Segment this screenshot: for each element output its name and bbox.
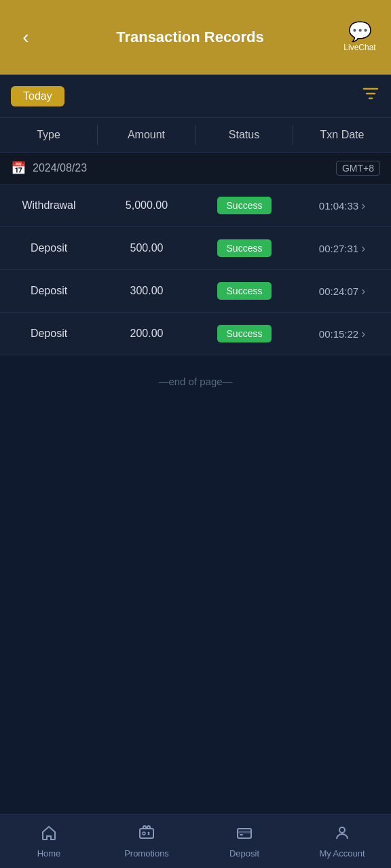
- txn-date: 01:04:33 ›: [293, 196, 391, 216]
- txn-type: Deposit: [0, 239, 98, 257]
- page-title: Transaction Records: [41, 28, 339, 46]
- today-filter[interactable]: Today: [11, 86, 64, 106]
- svg-rect-0: [140, 829, 153, 838]
- gmt-badge: GMT+8: [336, 161, 380, 176]
- txn-status: Success: [196, 237, 293, 260]
- livechat-label: LiveChat: [343, 43, 375, 52]
- col-status: Status: [196, 125, 293, 145]
- txn-status: Success: [196, 194, 293, 217]
- nav-home-label: Home: [37, 848, 61, 859]
- table-row[interactable]: Deposit 300.00 Success 00:24:07 ›: [0, 270, 391, 313]
- livechat-icon: 💬: [348, 22, 372, 41]
- table-header: Type Amount Status Txn Date: [0, 117, 391, 153]
- calendar-icon: 📅: [11, 161, 26, 176]
- txn-date: 00:15:22 ›: [293, 324, 391, 344]
- deposit-icon: [236, 824, 253, 846]
- txn-type: Deposit: [0, 325, 98, 342]
- nav-promotions-label: Promotions: [124, 848, 169, 859]
- table-row[interactable]: Deposit 500.00 Success 00:27:31 ›: [0, 227, 391, 270]
- table-row[interactable]: Deposit 200.00 Success 00:15:22 ›: [0, 313, 391, 355]
- back-button[interactable]: ‹: [11, 26, 41, 48]
- chevron-right-icon: ›: [361, 199, 365, 213]
- bottom-nav: Home Promotions Deposit: [0, 814, 391, 868]
- chevron-right-icon: ›: [361, 327, 365, 341]
- txn-status: Success: [196, 279, 293, 302]
- txn-date: 00:27:31 ›: [293, 239, 391, 258]
- nav-my-account-label: My Account: [319, 848, 365, 859]
- nav-home[interactable]: Home: [0, 814, 98, 868]
- date-row: 📅 2024/08/23 GMT+8: [0, 153, 391, 184]
- txn-amount: 300.00: [98, 282, 196, 300]
- chevron-right-icon: ›: [361, 284, 365, 298]
- end-of-page: —end of page—: [0, 355, 391, 401]
- txn-amount: 200.00: [98, 325, 196, 342]
- col-amount: Amount: [98, 125, 196, 145]
- header: ‹ Transaction Records 💬 LiveChat: [0, 0, 391, 75]
- livechat-button[interactable]: 💬 LiveChat: [339, 22, 380, 52]
- chevron-right-icon: ›: [361, 241, 365, 256]
- filter-bar: Today: [0, 75, 391, 117]
- nav-promotions[interactable]: Promotions: [98, 814, 196, 868]
- svg-rect-3: [238, 831, 251, 833]
- col-type: Type: [0, 125, 98, 145]
- txn-amount: 5,000.00: [98, 197, 196, 214]
- promotions-icon: [138, 824, 155, 846]
- txn-amount: 500.00: [98, 239, 196, 257]
- filter-icon[interactable]: [361, 84, 380, 108]
- col-txn-date: Txn Date: [293, 125, 391, 145]
- nav-deposit-label: Deposit: [229, 848, 259, 859]
- date-label: 2024/08/23: [33, 162, 87, 174]
- txn-type: Withdrawal: [0, 197, 98, 214]
- svg-point-1: [143, 832, 145, 835]
- nav-my-account[interactable]: My Account: [293, 814, 391, 868]
- txn-status: Success: [196, 322, 293, 345]
- my-account-icon: [333, 824, 351, 846]
- nav-deposit[interactable]: Deposit: [196, 814, 293, 868]
- transaction-list: Withdrawal 5,000.00 Success 01:04:33 › D…: [0, 184, 391, 355]
- svg-rect-4: [240, 834, 243, 835]
- txn-date: 00:24:07 ›: [293, 281, 391, 301]
- svg-point-5: [339, 827, 345, 833]
- table-row[interactable]: Withdrawal 5,000.00 Success 01:04:33 ›: [0, 184, 391, 227]
- home-icon: [40, 824, 58, 846]
- txn-type: Deposit: [0, 282, 98, 300]
